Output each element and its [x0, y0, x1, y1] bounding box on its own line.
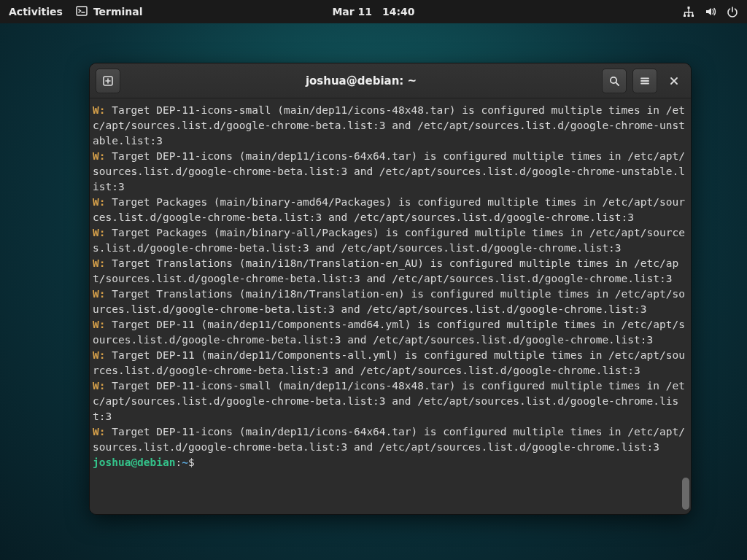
svg-rect-2: [684, 15, 686, 17]
svg-rect-1: [688, 7, 690, 9]
window-title: joshua@debian: ~: [126, 74, 596, 88]
prompt-path: ~: [182, 456, 188, 468]
active-app-label: Terminal: [93, 6, 143, 18]
terminal-line: W: Target Translations (main/i18n/Transl…: [93, 256, 688, 287]
active-app-indicator[interactable]: Terminal: [76, 5, 143, 19]
terminal-output[interactable]: W: Target DEP-11-icons-small (main/dep11…: [90, 98, 691, 514]
terminal-window: joshua@debian: ~ W: Target DEP-11-icons-…: [89, 63, 692, 515]
volume-icon[interactable]: [705, 6, 716, 18]
warning-prefix: W:: [93, 380, 105, 392]
svg-rect-0: [77, 7, 87, 15]
warning-prefix: W:: [93, 150, 105, 162]
search-button[interactable]: [602, 69, 627, 93]
clock-time: 14:40: [382, 6, 415, 18]
gnome-topbar: Activities Terminal Mar 11 14:40: [0, 0, 747, 23]
terminal-line: W: Target DEP-11 (main/dep11/Components-…: [93, 348, 688, 378]
warning-prefix: W:: [93, 196, 105, 208]
svg-rect-3: [688, 15, 690, 17]
terminal-line: W: Target DEP-11-icons-small (main/dep11…: [93, 103, 688, 149]
prompt-user: joshua@debian: [93, 456, 176, 468]
terminal-icon: [76, 5, 88, 19]
activities-button[interactable]: Activities: [9, 6, 63, 18]
new-tab-button[interactable]: [96, 69, 120, 93]
terminal-line: W: Target Packages (main/binary-all/Pack…: [93, 225, 688, 256]
warning-prefix: W:: [93, 257, 105, 269]
svg-rect-4: [692, 15, 694, 17]
window-titlebar[interactable]: joshua@debian: ~: [90, 63, 691, 98]
power-icon[interactable]: [727, 6, 738, 18]
terminal-line: W: Target Packages (main/binary-amd64/Pa…: [93, 195, 688, 225]
warning-prefix: W:: [93, 349, 105, 361]
menu-button[interactable]: [632, 69, 657, 93]
warning-prefix: W:: [93, 288, 105, 300]
warning-prefix: W:: [93, 319, 105, 330]
terminal-line: W: Target DEP-11-icons (main/dep11/icons…: [93, 424, 688, 455]
warning-prefix: W:: [93, 426, 105, 438]
terminal-line: W: Target DEP-11-icons (main/dep11/icons…: [93, 149, 688, 195]
warning-prefix: W:: [93, 104, 105, 116]
terminal-line: W: Target Translations (main/i18n/Transl…: [93, 287, 688, 317]
terminal-line: W: Target DEP-11 (main/dep11/Components-…: [93, 317, 688, 348]
terminal-scrollbar[interactable]: [681, 98, 689, 514]
network-icon[interactable]: [683, 6, 694, 18]
clock-date: Mar 11: [332, 6, 372, 18]
terminal-line: W: Target DEP-11-icons-small (main/dep11…: [93, 378, 688, 424]
warning-prefix: W:: [93, 227, 105, 238]
scrollbar-thumb[interactable]: [682, 478, 689, 510]
prompt-line[interactable]: joshua@debian:~$: [93, 455, 688, 470]
close-button[interactable]: [663, 69, 685, 93]
clock[interactable]: Mar 11 14:40: [332, 6, 414, 18]
